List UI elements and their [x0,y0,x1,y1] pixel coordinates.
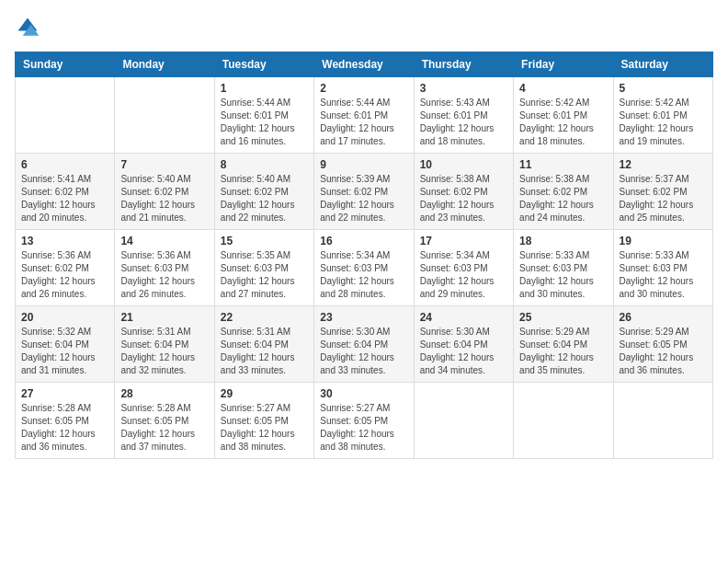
day-number: 16 [320,235,407,247]
calendar-cell: 24Sunrise: 5:30 AMSunset: 6:04 PMDayligh… [414,306,513,383]
calendar-cell: 12Sunrise: 5:37 AMSunset: 6:02 PMDayligh… [613,154,712,230]
calendar-cell: 23Sunrise: 5:30 AMSunset: 6:04 PMDayligh… [314,306,414,383]
day-info: Sunrise: 5:31 AMSunset: 6:04 PMDaylight:… [120,326,208,377]
calendar-cell: 25Sunrise: 5:29 AMSunset: 6:04 PMDayligh… [514,306,613,383]
day-number: 2 [320,82,407,95]
calendar-header-wednesday: Wednesday [314,52,414,77]
calendar-cell: 9Sunrise: 5:39 AMSunset: 6:02 PMDaylight… [314,154,414,230]
day-info: Sunrise: 5:32 AMSunset: 6:04 PMDaylight:… [21,326,108,377]
day-number: 30 [320,387,407,400]
calendar-table: SundayMondayTuesdayWednesdayThursdayFrid… [15,52,713,459]
calendar-cell [414,383,513,459]
calendar-header-friday: Friday [514,52,613,77]
day-info: Sunrise: 5:27 AMSunset: 6:05 PMDaylight:… [221,402,308,454]
day-number: 26 [620,311,707,324]
calendar-header-saturday: Saturday [613,52,712,77]
day-info: Sunrise: 5:38 AMSunset: 6:02 PMDaylight:… [420,173,507,224]
day-info: Sunrise: 5:28 AMSunset: 6:05 PMDaylight:… [21,402,108,454]
day-number: 1 [221,82,308,95]
day-info: Sunrise: 5:44 AMSunset: 6:01 PMDaylight:… [221,97,308,148]
day-info: Sunrise: 5:36 AMSunset: 6:02 PMDaylight:… [21,249,108,301]
logo [15,15,44,40]
day-number: 27 [21,387,108,400]
calendar-cell: 14Sunrise: 5:36 AMSunset: 6:03 PMDayligh… [115,230,214,306]
day-info: Sunrise: 5:30 AMSunset: 6:04 PMDaylight:… [420,326,507,377]
day-number: 9 [320,158,407,171]
calendar-cell: 1Sunrise: 5:44 AMSunset: 6:01 PMDaylight… [214,77,313,154]
day-info: Sunrise: 5:33 AMSunset: 6:03 PMDaylight:… [519,249,607,301]
day-info: Sunrise: 5:40 AMSunset: 6:02 PMDaylight:… [120,173,208,224]
calendar-cell [115,77,214,154]
day-number: 28 [120,387,208,400]
calendar-cell: 8Sunrise: 5:40 AMSunset: 6:02 PMDaylight… [214,154,313,230]
calendar-cell: 21Sunrise: 5:31 AMSunset: 6:04 PMDayligh… [115,306,214,383]
calendar-week-4: 20Sunrise: 5:32 AMSunset: 6:04 PMDayligh… [16,306,713,383]
day-number: 18 [519,235,607,247]
day-info: Sunrise: 5:27 AMSunset: 6:05 PMDaylight:… [320,402,407,454]
calendar-cell: 5Sunrise: 5:42 AMSunset: 6:01 PMDaylight… [613,77,712,154]
calendar-week-2: 6Sunrise: 5:41 AMSunset: 6:02 PMDaylight… [16,154,713,230]
calendar-week-5: 27Sunrise: 5:28 AMSunset: 6:05 PMDayligh… [16,383,713,459]
calendar-cell [16,77,115,154]
day-number: 25 [519,311,607,324]
logo-icon [15,15,40,40]
day-number: 5 [620,82,707,95]
calendar-cell: 28Sunrise: 5:28 AMSunset: 6:05 PMDayligh… [115,383,214,459]
calendar-cell: 6Sunrise: 5:41 AMSunset: 6:02 PMDaylight… [16,154,115,230]
page-header [15,15,713,40]
day-number: 14 [120,235,208,247]
calendar-header-sunday: Sunday [16,52,115,77]
calendar-cell: 27Sunrise: 5:28 AMSunset: 6:05 PMDayligh… [16,383,115,459]
day-number: 24 [420,311,507,324]
day-info: Sunrise: 5:36 AMSunset: 6:03 PMDaylight:… [120,249,208,301]
day-number: 11 [519,158,607,171]
day-info: Sunrise: 5:38 AMSunset: 6:02 PMDaylight:… [519,173,607,224]
calendar-week-3: 13Sunrise: 5:36 AMSunset: 6:02 PMDayligh… [16,230,713,306]
day-info: Sunrise: 5:35 AMSunset: 6:03 PMDaylight:… [221,249,308,301]
calendar-cell: 4Sunrise: 5:42 AMSunset: 6:01 PMDaylight… [514,77,613,154]
calendar-cell: 2Sunrise: 5:44 AMSunset: 6:01 PMDaylight… [314,77,414,154]
calendar-cell: 7Sunrise: 5:40 AMSunset: 6:02 PMDaylight… [115,154,214,230]
day-number: 20 [21,311,108,324]
day-number: 7 [120,158,208,171]
calendar-cell: 11Sunrise: 5:38 AMSunset: 6:02 PMDayligh… [514,154,613,230]
calendar-cell: 22Sunrise: 5:31 AMSunset: 6:04 PMDayligh… [214,306,313,383]
day-number: 12 [620,158,707,171]
day-info: Sunrise: 5:34 AMSunset: 6:03 PMDaylight:… [420,249,507,301]
calendar-header-tuesday: Tuesday [214,52,313,77]
calendar-cell: 16Sunrise: 5:34 AMSunset: 6:03 PMDayligh… [314,230,414,306]
calendar-cell: 30Sunrise: 5:27 AMSunset: 6:05 PMDayligh… [314,383,414,459]
day-number: 13 [21,235,108,247]
day-info: Sunrise: 5:42 AMSunset: 6:01 PMDaylight:… [519,97,607,148]
day-number: 10 [420,158,507,171]
day-info: Sunrise: 5:37 AMSunset: 6:02 PMDaylight:… [620,173,707,224]
day-info: Sunrise: 5:33 AMSunset: 6:03 PMDaylight:… [620,249,707,301]
day-info: Sunrise: 5:31 AMSunset: 6:04 PMDaylight:… [221,326,308,377]
day-info: Sunrise: 5:41 AMSunset: 6:02 PMDaylight:… [21,173,108,224]
calendar-header-row: SundayMondayTuesdayWednesdayThursdayFrid… [16,52,713,77]
calendar-cell: 18Sunrise: 5:33 AMSunset: 6:03 PMDayligh… [514,230,613,306]
day-info: Sunrise: 5:29 AMSunset: 6:05 PMDaylight:… [620,326,707,377]
day-number: 29 [221,387,308,400]
day-number: 22 [221,311,308,324]
day-number: 15 [221,235,308,247]
calendar-cell: 17Sunrise: 5:34 AMSunset: 6:03 PMDayligh… [414,230,513,306]
day-info: Sunrise: 5:28 AMSunset: 6:05 PMDaylight:… [120,402,208,454]
calendar-header-monday: Monday [115,52,214,77]
day-info: Sunrise: 5:29 AMSunset: 6:04 PMDaylight:… [519,326,607,377]
day-number: 6 [21,158,108,171]
day-info: Sunrise: 5:44 AMSunset: 6:01 PMDaylight:… [320,97,407,148]
day-number: 3 [420,82,507,95]
calendar-cell: 26Sunrise: 5:29 AMSunset: 6:05 PMDayligh… [613,306,712,383]
calendar-cell: 10Sunrise: 5:38 AMSunset: 6:02 PMDayligh… [414,154,513,230]
day-info: Sunrise: 5:30 AMSunset: 6:04 PMDaylight:… [320,326,407,377]
day-number: 8 [221,158,308,171]
calendar-header-thursday: Thursday [414,52,513,77]
calendar-cell: 3Sunrise: 5:43 AMSunset: 6:01 PMDaylight… [414,77,513,154]
day-number: 17 [420,235,507,247]
calendar-cell: 29Sunrise: 5:27 AMSunset: 6:05 PMDayligh… [214,383,313,459]
day-info: Sunrise: 5:42 AMSunset: 6:01 PMDaylight:… [620,97,707,148]
calendar-cell [514,383,613,459]
day-info: Sunrise: 5:40 AMSunset: 6:02 PMDaylight:… [221,173,308,224]
day-number: 23 [320,311,407,324]
